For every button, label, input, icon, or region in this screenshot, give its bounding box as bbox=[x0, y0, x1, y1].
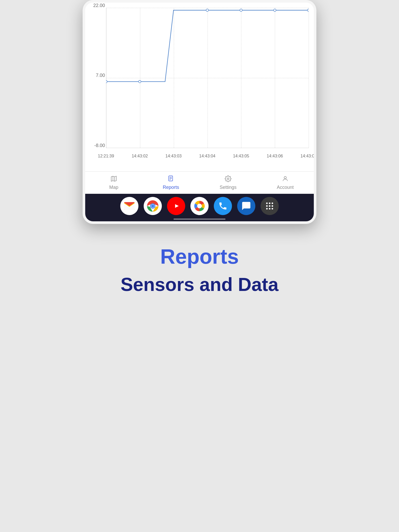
dock-app-phone[interactable] bbox=[214, 197, 232, 215]
y-label-7: 7.00 bbox=[91, 73, 105, 78]
svg-point-21 bbox=[269, 205, 270, 207]
chart-svg bbox=[106, 8, 309, 138]
x-label-3: 14:43:04 bbox=[199, 154, 215, 158]
bottom-bar bbox=[85, 218, 314, 221]
home-indicator bbox=[174, 218, 225, 220]
chart-inner: 22.00 7.00 -8.00 bbox=[106, 8, 309, 158]
x-label-4: 14:43:05 bbox=[233, 154, 249, 158]
nav-label-map: Map bbox=[109, 185, 118, 190]
svg-point-19 bbox=[272, 203, 273, 204]
svg-point-17 bbox=[266, 203, 268, 204]
svg-point-23 bbox=[266, 208, 268, 210]
svg-point-6 bbox=[227, 178, 229, 180]
dock-app-gmail[interactable] bbox=[120, 197, 138, 215]
x-label-5: 14:43:06 bbox=[267, 154, 283, 158]
dock-app-messages[interactable] bbox=[237, 197, 255, 215]
nav-item-account[interactable]: Account bbox=[257, 174, 314, 192]
svg-point-7 bbox=[284, 176, 287, 179]
svg-point-12 bbox=[151, 204, 154, 208]
svg-point-16 bbox=[197, 204, 202, 208]
account-icon bbox=[282, 175, 289, 184]
settings-icon bbox=[225, 175, 231, 184]
svg-point-18 bbox=[269, 203, 270, 204]
grid-line-h-bottom: -8.00 bbox=[106, 148, 309, 148]
svg-point-25 bbox=[272, 208, 273, 210]
nav-item-reports[interactable]: Reports bbox=[142, 174, 200, 192]
svg-point-22 bbox=[272, 205, 273, 207]
title-reports: Reports bbox=[121, 245, 278, 269]
nav-label-account: Account bbox=[277, 185, 294, 190]
app-screen: 22.00 7.00 -8.00 bbox=[85, 3, 314, 221]
dock-app-chrome[interactable] bbox=[144, 197, 162, 215]
svg-point-20 bbox=[266, 205, 268, 207]
chart-line bbox=[106, 10, 309, 82]
y-label-22: 22.00 bbox=[91, 3, 105, 8]
x-label-1: 14:43:02 bbox=[132, 154, 148, 158]
dock-app-all[interactable] bbox=[261, 197, 279, 215]
nav-label-settings: Settings bbox=[220, 185, 236, 190]
data-point-6 bbox=[307, 9, 309, 11]
reports-icon bbox=[168, 175, 174, 184]
data-point-5 bbox=[274, 9, 276, 11]
chart-area: 22.00 7.00 -8.00 bbox=[85, 3, 314, 171]
map-icon bbox=[110, 175, 117, 184]
x-label-6: 14:43:07 bbox=[301, 154, 314, 158]
data-point-4 bbox=[240, 9, 242, 11]
x-label-2: 14:43:03 bbox=[165, 154, 182, 158]
nav-item-map[interactable]: Map bbox=[85, 174, 142, 192]
data-point-3 bbox=[206, 9, 208, 11]
grid-line-v-6 bbox=[309, 8, 309, 148]
data-point-1 bbox=[138, 80, 141, 83]
nav-label-reports: Reports bbox=[163, 185, 179, 190]
svg-point-24 bbox=[269, 208, 270, 210]
dock-app-photos[interactable] bbox=[190, 197, 209, 215]
data-point-0 bbox=[106, 80, 107, 83]
phone-container: 22.00 7.00 -8.00 bbox=[83, 0, 316, 224]
bottom-nav: Map Reports bbox=[85, 171, 314, 194]
y-label-neg8: -8.00 bbox=[91, 143, 105, 148]
x-label-0: 12:21:39 bbox=[98, 154, 114, 158]
subtitle-sensors: Sensors and Data bbox=[121, 274, 278, 295]
below-phone: Reports Sensors and Data bbox=[121, 245, 278, 295]
nav-item-settings[interactable]: Settings bbox=[200, 174, 257, 192]
android-dock bbox=[85, 194, 314, 218]
dock-app-youtube[interactable] bbox=[167, 197, 185, 215]
